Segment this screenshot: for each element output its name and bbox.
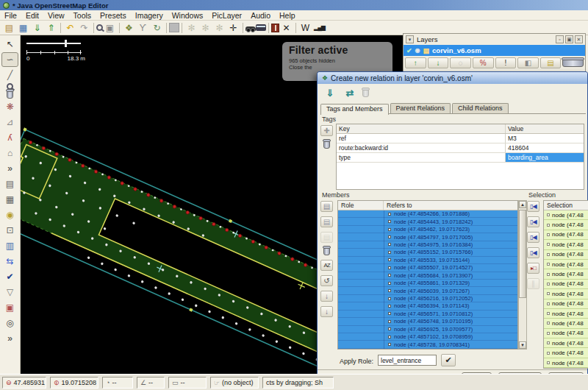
move-member-up-button[interactable]: ↓ xyxy=(320,306,333,317)
selection-row[interactable]: node (47.48 xyxy=(544,250,588,260)
member-row[interactable]: node (47.4855507, 19.0714527) xyxy=(338,264,517,272)
selection-row[interactable]: node (47.48 xyxy=(544,319,588,328)
reverse-order-button[interactable]: ↺ xyxy=(320,275,333,286)
copy-members-button[interactable]: ▤ xyxy=(320,201,333,212)
menu-imagery[interactable]: Imagery xyxy=(131,11,168,20)
member-row[interactable]: node (47.485462, 19.0717623) xyxy=(338,226,517,233)
member-row[interactable]: node (47.485533, 19.0715144) xyxy=(338,257,517,264)
turn-restriction-icon[interactable] xyxy=(271,24,279,32)
histogram-icon[interactable]: ▂▄▆ xyxy=(312,21,326,34)
selection-row[interactable]: node (47.48 xyxy=(544,329,588,338)
replace-members-with-selection-icon[interactable]: ▯◀ xyxy=(527,247,539,258)
member-row[interactable]: node (47.4854266, 19.071886) xyxy=(338,210,517,218)
car-routing-icon[interactable] xyxy=(245,26,256,31)
set-members-from-selection-icon[interactable]: ▯◀ xyxy=(527,201,539,212)
conflict-toggle-icon[interactable]: ⇆ xyxy=(1,254,18,269)
dialog-titlebar[interactable]: ❖ Create new relation in layer 'corvin_v… xyxy=(318,72,587,84)
selection-row[interactable]: node (47.48 xyxy=(544,230,588,240)
menu-edit[interactable]: Edit xyxy=(21,11,43,20)
add-tag-button[interactable]: ✚ xyxy=(320,125,333,136)
more-tools-icon[interactable]: » xyxy=(1,161,18,176)
panel-sticky-icon[interactable]: ▫ xyxy=(556,35,564,43)
layer-up-button[interactable]: ↑ xyxy=(405,57,426,68)
apply-role-input[interactable] xyxy=(378,355,437,366)
layer-delete-button[interactable] xyxy=(562,59,584,67)
member-row[interactable]: node (47.4857102, 19.0708959) xyxy=(338,333,517,341)
preferences-icon[interactable]: ▣ xyxy=(103,21,117,34)
scroll-thumb[interactable] xyxy=(519,210,526,298)
add-selection-below-icon[interactable]: ▯◀ xyxy=(527,232,539,243)
upload-data-icon[interactable]: ⇑ xyxy=(44,21,58,34)
save-icon[interactable]: ▦ xyxy=(16,21,30,34)
layer-duplicate-button[interactable]: ▤ xyxy=(540,57,562,68)
angle-snap-tool-icon[interactable]: ⊿ xyxy=(1,115,18,130)
selection-row[interactable]: node (47.48 xyxy=(544,358,588,368)
scroll-up-icon[interactable]: ▲ xyxy=(519,201,526,208)
selection-row[interactable]: node (47.48 xyxy=(544,220,588,230)
split-way-icon[interactable]: ϒ xyxy=(136,21,150,34)
apply-role-button[interactable]: ✔ xyxy=(441,354,456,366)
changeset-toggle-icon[interactable]: ▣ xyxy=(1,300,18,315)
members-scrollbar[interactable]: ▲ ▼ xyxy=(518,200,527,350)
add-selection-above-icon[interactable]: ▯◀ xyxy=(527,216,539,227)
menu-piclayer[interactable]: PicLayer xyxy=(207,11,246,20)
member-row[interactable]: node (47.4855684, 19.0713907) xyxy=(338,272,517,280)
layers-collapse-icon[interactable]: ▾ xyxy=(406,35,414,43)
redo-icon[interactable]: ↷ xyxy=(77,21,91,34)
menu-tools[interactable]: Tools xyxy=(69,11,96,20)
mappaint-toggle-icon[interactable]: ▦ xyxy=(1,192,18,207)
member-row[interactable]: node (47.4855152, 19.0715766) xyxy=(338,249,517,256)
menu-audio[interactable]: Audio xyxy=(246,11,275,20)
zoom-slider[interactable] xyxy=(26,40,81,47)
move-node-icon[interactable]: ✛ xyxy=(226,21,240,34)
zoom-to-selection-icon[interactable] xyxy=(96,24,103,31)
download-data-icon[interactable]: ⇓ xyxy=(30,21,44,34)
layer-visibility-button[interactable]: ◌ xyxy=(450,57,471,68)
move-tool-icon[interactable]: ↖ xyxy=(1,37,18,52)
selection-row[interactable]: node (47.48 xyxy=(544,280,588,289)
panel-close-icon[interactable]: ✕ xyxy=(575,35,583,43)
filter-toggle-icon[interactable]: ▽ xyxy=(1,285,18,299)
selection-row[interactable]: node (47.48 xyxy=(544,338,588,348)
menu-presets[interactable]: Presets xyxy=(96,11,131,20)
tag-row[interactable]: typeboarding_area xyxy=(337,153,584,163)
layer-down-button[interactable]: ↓ xyxy=(428,57,449,68)
layers-toggle-icon[interactable]: ▤ xyxy=(1,177,18,191)
scroll-down-icon[interactable]: ▼ xyxy=(519,341,526,349)
layer-merge-button[interactable]: ◧ xyxy=(517,57,539,68)
member-row[interactable]: node (47.4856394, 19.071143) xyxy=(338,302,517,310)
member-row[interactable]: node (47.4856216, 19.0712052) xyxy=(338,295,517,302)
tab-parent-relations[interactable]: Parent Relations xyxy=(390,103,451,113)
selection-row[interactable]: node (47.48 xyxy=(544,309,588,319)
panel-detach-icon[interactable]: ▣ xyxy=(565,35,573,43)
selection-row[interactable]: node (47.48 xyxy=(544,210,588,220)
member-row[interactable]: node (47.485728, 19.0708341) xyxy=(338,341,517,348)
placeholder-icon[interactable] xyxy=(169,23,179,32)
selection-row[interactable]: node (47.48 xyxy=(544,269,588,279)
imagery-toggle-icon[interactable]: ◉ xyxy=(1,208,18,222)
menu-windows[interactable]: Windows xyxy=(168,11,208,20)
menu-file[interactable]: File xyxy=(0,11,21,20)
selection-row[interactable]: node (47.48 xyxy=(544,260,588,269)
open-icon[interactable]: ▤ xyxy=(2,21,16,34)
select-members-in-map-icon[interactable]: ▸□ xyxy=(527,263,539,274)
more-panels-icon[interactable]: » xyxy=(1,331,18,346)
lasso-tool-icon[interactable]: ∽ xyxy=(1,52,18,67)
layer-marker-button[interactable]: ! xyxy=(495,57,517,68)
layer-opacity-button[interactable]: % xyxy=(473,57,494,68)
selection-toggle-icon[interactable]: ✔ xyxy=(1,269,18,284)
selection-row[interactable]: node (47.48 xyxy=(544,240,588,249)
search-toggle-icon[interactable]: ⊡ xyxy=(1,223,18,238)
tag-row[interactable]: route:backward:id418604 xyxy=(337,143,584,153)
measure-toggle-icon[interactable]: ◎ xyxy=(1,316,18,330)
extrude-tool-icon[interactable]: ⌂ xyxy=(1,146,18,160)
layer-active-check-icon[interactable]: ✔ xyxy=(406,47,412,54)
layer-row-corvin[interactable]: ✔ ◉ ▤ corvin_v6.osm xyxy=(404,45,585,56)
validator-toggle-icon[interactable]: ▥ xyxy=(1,238,18,253)
zoom-slider-handle[interactable] xyxy=(65,40,67,47)
tool-grayed-3-icon[interactable]: ✻ xyxy=(212,21,226,34)
tag-row[interactable]: refM3 xyxy=(337,134,584,143)
delete-tool-icon[interactable] xyxy=(7,91,13,99)
tool-grayed-1-icon[interactable]: ✻ xyxy=(184,21,198,34)
member-row[interactable]: node (47.4856925, 19.0709577) xyxy=(338,326,517,333)
